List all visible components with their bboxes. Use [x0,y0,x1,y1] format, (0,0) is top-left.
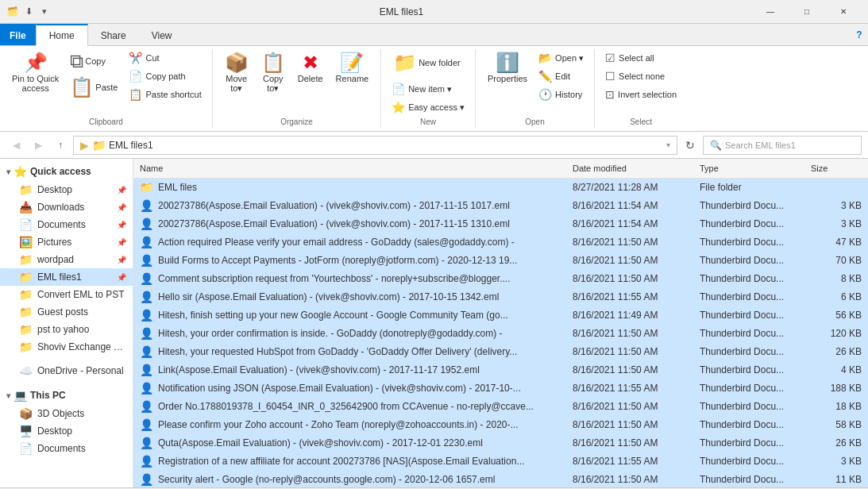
file-icon: 👤 [140,455,153,468]
edit-button[interactable]: ✏️ Edit [534,67,588,85]
file-icon: 👤 [140,236,153,248]
history-button[interactable]: 🕐 History [534,86,588,103]
table-row[interactable]: 👤 Please confirm your Zoho account - Zoh… [133,416,868,434]
properties-icon: ℹ️ [496,53,519,72]
sidebar-item-guest-posts[interactable]: 📁 Guest posts [0,303,133,321]
window-controls: — □ ✕ [752,0,862,24]
table-row[interactable]: 👤 Comment subscription request from 'You… [133,270,868,288]
clipboard-group: 📌 Pin to Quickaccess ⧉ Copy 📋 Paste ✂️ C… [0,49,213,128]
thispc-icon: 💻 [14,389,27,402]
quick-access-icon[interactable]: ⬇ [22,6,35,18]
table-row[interactable]: 👤 Hitesh, your requested HubSpot from Go… [133,343,868,361]
this-pc-header[interactable]: ▾ 💻 This PC [0,386,133,405]
up-button[interactable]: ↑ [51,136,70,155]
customize-icon[interactable]: ▾ [38,6,51,18]
invertselection-label: Invert selection [618,90,677,99]
table-row[interactable]: 👤 Hitesh, your order confirmation is ins… [133,325,868,343]
table-row[interactable]: 👤 Order No.1788019378_I_60454_INR_0_3256… [133,398,868,416]
sidebar-quick-items: 📁 Desktop 📌 📥 Downloads 📌 📄 Documents 📌 … [0,181,133,356]
sidebar-item-pictures[interactable]: 🖼️ Pictures 📌 [0,233,133,251]
file-icon: 👤 [140,327,153,340]
rename-button[interactable]: 📝 Rename [330,49,375,87]
easy-access-button[interactable]: ⭐ Easy access ▾ [388,98,469,116]
tab-view[interactable]: View [139,24,185,45]
invert-selection-button[interactable]: ⊡ Invert selection [601,86,681,103]
table-row[interactable]: 👤 Hello sir (Aspose.Email Evaluation) - … [133,288,868,306]
refresh-button[interactable]: ↻ [681,136,700,155]
copy-path-button[interactable]: 📄 Copy path [125,67,205,85]
sidebar-pc-item-3d-objects[interactable]: 📦 3D Objects [0,405,133,422]
open-button[interactable]: 📂 Open ▾ [534,49,588,67]
clipboard-label: Clipboard [89,116,123,128]
search-box[interactable]: 🔍 Search EML files1 [703,136,862,155]
sidebar-item-documents[interactable]: 📄 Documents 📌 [0,216,133,233]
pin-to-quick-access-button[interactable]: 📌 Pin to Quickaccess [6,49,64,97]
sidebar-item-desktop[interactable]: 📁 Desktop 📌 [0,181,133,198]
copy-button[interactable]: ⧉ Copy [66,49,122,73]
table-row[interactable]: 👤 200273786(Aspose.Email Evaluation) - (… [133,215,868,233]
cut-button[interactable]: ✂️ Cut [125,49,205,67]
address-path[interactable]: ▶ 📁 EML files1 ▾ [73,136,677,155]
quick-access-header[interactable]: ▾ ⭐ Quick access [0,162,133,181]
table-row[interactable]: 👤 Build Forms to Accept Payments - JotFo… [133,252,868,270]
tab-home[interactable]: Home [36,24,88,46]
help-button[interactable]: ? [851,24,868,46]
file-name-cell: 👤 Link(Aspose.Email Evaluation) - (vivek… [133,362,566,378]
close-button[interactable]: ✕ [825,0,862,24]
path-chevron: ▾ [666,141,670,149]
history-icon: 🕐 [538,88,552,101]
table-row[interactable]: 👤 200273786(Aspose.Email Evaluation) - (… [133,197,868,215]
table-row[interactable]: 👤 Notification using JSON (Aspose.Email … [133,379,868,398]
file-type: Thunderbird Docu... [693,363,804,377]
properties-button[interactable]: ℹ️ Properties [482,49,533,87]
col-header-size[interactable]: Size [804,162,868,175]
sidebar-item-downloads[interactable]: 📥 Downloads 📌 [0,198,133,216]
cut-label: Cut [145,53,159,63]
file-icon: 👤 [140,437,153,449]
tab-share[interactable]: Share [88,24,139,45]
table-row[interactable]: 👤 Hitesh, finish setting up your new Goo… [133,306,868,325]
sidebar-pc-item-desktop[interactable]: 🖥️ Desktop [0,422,133,440]
new-folder-button[interactable]: 📁 New folder [388,49,469,76]
table-row[interactable]: 👤 Registration of a new affiliate for ac… [133,452,868,471]
paste-button[interactable]: 📋 Paste [66,75,122,99]
pin-indicator: 📌 [117,221,126,229]
table-row[interactable]: 👤 Action required Please verify your ema… [133,233,868,252]
file-name: Please confirm your Zoho account - Zoho … [158,419,519,430]
delete-button[interactable]: ✖ Delete [292,49,329,87]
sidebar-item-shoviv-exchange-ser...[interactable]: 📁 Shoviv Exchange Ser... [0,338,133,356]
copy-icon: ⧉ [70,52,83,71]
new-col: 📁 New folder 📄 New item ▾ ⭐ Easy access … [388,49,469,116]
maximize-button[interactable]: □ [789,0,825,24]
forward-button[interactable]: ▶ [29,136,48,155]
sidebar-item-onedrive[interactable]: ☁️ OneDrive - Personal [0,362,133,379]
minimize-button[interactable]: — [752,0,789,24]
file-date: 8/16/2021 11:55 AM [566,290,693,304]
sidebar-item-eml-files1[interactable]: 📁 EML files1 📌 [0,268,133,286]
open-label: Open [525,116,544,128]
onedrive-label: OneDrive - Personal [37,365,126,376]
table-row[interactable]: 📁 EML files 8/27/2021 11:28 AM File fold… [133,179,868,197]
copy-to-button[interactable]: 📋 Copyto▾ [256,49,291,98]
col-header-name[interactable]: Name [133,162,566,175]
select-none-button[interactable]: ☐ Select none [601,67,681,85]
table-row[interactable]: 👤 Link(Aspose.Email Evaluation) - (vivek… [133,361,868,379]
table-row[interactable]: 👤 Quta(Aspose.Email Evaluation) - (vivek… [133,434,868,452]
window-icon: 🗂️ [6,6,19,18]
tab-file[interactable]: File [0,24,36,45]
file-list-scroll[interactable]: 📁 EML files 8/27/2021 11:28 AM File fold… [133,179,868,487]
table-row[interactable]: 👤 Security alert - Google (no-reply@acco… [133,471,868,487]
select-all-button[interactable]: ☑ Select all [601,49,681,67]
sidebar-item-convert-eml-to-pst[interactable]: 📁 Convert EML to PST [0,286,133,303]
sidebar-item-pst-to-yahoo[interactable]: 📁 pst to yahoo [0,321,133,338]
sidebar-pc-item-documents[interactable]: 📄 Documents [0,440,133,457]
file-name: Notification using JSON (Aspose.Email Ev… [158,383,521,394]
sidebar-item-wordpad[interactable]: 📁 wordpad 📌 [0,251,133,268]
back-button[interactable]: ◀ [6,136,25,155]
col-header-date[interactable]: Date modified [566,162,693,175]
pc-item-label: 3D Objects [37,408,126,419]
paste-shortcut-button[interactable]: 📋 Paste shortcut [125,86,205,103]
col-header-type[interactable]: Type [693,162,804,175]
move-to-button[interactable]: 📦 Moveto▾ [219,49,254,98]
new-item-button[interactable]: 📄 New item ▾ [388,80,469,98]
